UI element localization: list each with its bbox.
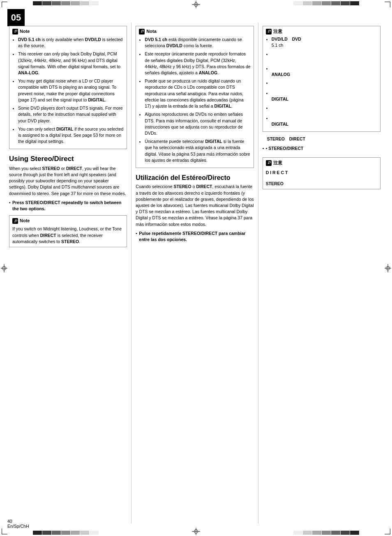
note-item-5: You can only select DIGITAL if the sourc… xyxy=(18,126,124,145)
note-item-1: DVD 5.1 ch is only available when DVD/LD… xyxy=(18,37,124,49)
corner-mark-tl xyxy=(2,2,7,7)
page-number: 40 xyxy=(7,519,12,524)
content-area: 𝓓 Note DVD 5.1 ch is only available when… xyxy=(7,23,385,524)
section-body-stereo: When you select STEREO or DIRECT, you wi… xyxy=(9,166,127,197)
nota-item-3: Puede que se produzca un ruido digital c… xyxy=(145,78,250,109)
ja-note-item-7: DIGITAL xyxy=(272,115,377,127)
note-item-3: You may get digital noise when a LD or C… xyxy=(18,78,124,103)
note-item-2: This receiver can only play back Dolby D… xyxy=(18,51,124,76)
right-center-reg xyxy=(385,264,391,272)
col-spanish: 𝓓 Nota DVD 5.1 ch está disponible únicam… xyxy=(131,23,258,524)
top-center-reg xyxy=(192,1,200,8)
ja-note-item-1: DVD/LD DVD 5.1 ch xyxy=(272,36,377,48)
note-list-japanese: DVD/LD DVD 5.1 ch ANALOG DIGITAL DIGITAL xyxy=(266,36,377,127)
note-label-japanese-2: 注意 xyxy=(273,160,282,166)
nota-item-5: Únicamente puede seleccionar DIGITAL si … xyxy=(145,138,250,163)
note-label-english-2: Note xyxy=(20,218,30,224)
note-header-japanese-2: 𝓓 注意 xyxy=(266,160,377,166)
note-icon-japanese: 𝓓 xyxy=(266,29,272,35)
bottom-bar-pattern xyxy=(33,531,99,535)
footer: 40 En/Sp/ChH xyxy=(7,519,29,529)
note-box-japanese-2: 𝓓 注意 D I R E C T STEREO xyxy=(263,157,380,189)
note-box-english-2: 𝓓 Note If you switch on Midnight listeni… xyxy=(9,215,127,247)
corner-mark-bl xyxy=(2,529,7,534)
top-bar-pattern-right xyxy=(293,1,359,5)
corner-mark-tr xyxy=(385,2,390,7)
section-heading-stereo: Using Stereo/Direct xyxy=(9,155,127,163)
note-box-spanish: 𝓓 Nota DVD 5.1 ch está disponible únicam… xyxy=(136,26,254,168)
col-english: 𝓓 Note DVD 5.1 ch is only available when… xyxy=(7,23,131,524)
section-heading-utilizacion: Utilización del Estéreo/Directo xyxy=(136,174,254,182)
stereo-direct-label-ja: STEREO DIRECT xyxy=(263,136,380,142)
nota-item-4: Algunos reproductores de DVDs no emiten … xyxy=(145,111,250,136)
section-body-utilizacion: Cuando seleccione STEREO o DIRECT, escuc… xyxy=(136,184,254,228)
note-list-english: DVD 5.1 ch is only available when DVD/LD… xyxy=(12,37,124,145)
bullet-press-stereo: Press STEREO/DIRECT repeatedly to switch… xyxy=(9,200,127,212)
ja-note-item-4 xyxy=(272,80,377,88)
ja-note-item-5: DIGITAL xyxy=(272,90,377,102)
bottom-center-reg xyxy=(192,528,200,535)
corner-mark-br xyxy=(385,529,390,534)
locale-label: En/Sp/ChH xyxy=(7,524,29,529)
top-bar-pattern xyxy=(33,1,99,5)
note-box-english: 𝓓 Note DVD 5.1 ch is only available when… xyxy=(9,26,127,149)
chapter-number: 05 xyxy=(11,12,21,23)
bullet-stereo-direct-ja: • STEREO/DIRECT xyxy=(263,145,380,152)
note-item-4: Some DVD players don't output DTS signal… xyxy=(18,105,124,124)
nota-item-2: Este receptor únicamente puede reproduci… xyxy=(145,51,250,76)
note-label-english: Note xyxy=(20,28,30,35)
direct-label-ja: D I R E C T xyxy=(266,170,377,176)
nota-list-spanish: DVD 5.1 ch está disponible únicamente cu… xyxy=(139,37,250,163)
ja-note-item-6 xyxy=(272,105,377,113)
stereo-label-ja: STEREO xyxy=(266,181,377,187)
ja-note-item-3: ANALOG xyxy=(272,65,377,78)
ja-note-item-2 xyxy=(272,51,377,63)
left-center-reg xyxy=(1,264,7,272)
note-icon-english-2: 𝓓 xyxy=(12,218,18,224)
note-header-english: 𝓓 Note xyxy=(12,28,124,35)
note-header-spanish: 𝓓 Nota xyxy=(139,28,250,35)
nota-label-spanish: Nota xyxy=(146,28,156,35)
note-icon-english: 𝓓 xyxy=(12,29,18,35)
note-icon-japanese-2: 𝓓 xyxy=(266,160,272,166)
note-box-japanese: 𝓓 注意 DVD/LD DVD 5.1 ch ANALOG DIGITAL xyxy=(263,26,380,132)
note-header-english-2: 𝓓 Note xyxy=(12,218,124,224)
note-icon-spanish: 𝓓 xyxy=(139,29,145,35)
note-label-japanese: 注意 xyxy=(273,28,282,35)
nota-item-1: DVD 5.1 ch está disponible únicamente cu… xyxy=(145,37,250,49)
note-header-japanese: 𝓓 注意 xyxy=(266,28,377,35)
bottom-bar-pattern-right xyxy=(293,531,359,535)
col-japanese: 𝓓 注意 DVD/LD DVD 5.1 ch ANALOG DIGITAL xyxy=(258,23,385,524)
note2-body: If you switch on Midnight listening, Lou… xyxy=(12,226,124,245)
bullet-pulse-stereo: Pulse repetidamente STEREO/DIRECT para c… xyxy=(136,230,254,243)
